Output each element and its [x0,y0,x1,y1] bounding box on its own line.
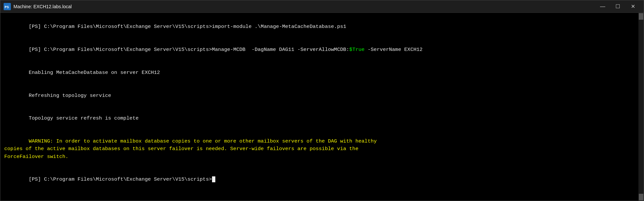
cursor [212,176,215,182]
output-text: Refreshing topology service [29,93,111,99]
powershell-window: PS Machine: EXCH12.labs.local — ☐ ✕ [PS]… [0,0,644,201]
warning-text: WARNING: In order to activate mailbox da… [4,138,377,160]
prompt: [PS] C:\Program Files\Microsoft\Exchange… [29,47,212,53]
scrollbar[interactable] [638,13,644,201]
terminal-line: Enabling MetaCacheDatabase on server EXC… [4,61,638,84]
output-text: Enabling MetaCacheDatabase on server EXC… [29,70,160,76]
terminal-main[interactable]: [PS] C:\Program Files\Microsoft\Exchange… [0,13,638,201]
svg-text:PS: PS [5,5,9,9]
cmd-text: import-module .\Manage-MetaCacheDatabase… [212,24,346,30]
highlight-true: $True [349,47,365,53]
cmd-text: Manage-MCDB -DagName DAG11 -ServerAllowM… [212,47,350,53]
terminal-line-prompt: [PS] C:\Program Files\Microsoft\Exchange… [4,168,638,191]
titlebar: PS Machine: EXCH12.labs.local — ☐ ✕ [0,0,644,13]
ps-icon: PS [4,3,11,10]
output-text: Topology service refresh is complete [29,115,139,121]
prompt: [PS] C:\Program Files\Microsoft\Exchange… [29,24,212,30]
terminal-line: Topology service refresh is complete [4,107,638,130]
cmd-text-suffix: -ServerName EXCH12 [365,47,423,53]
scrollbar-thumb-bottom[interactable] [639,194,643,200]
terminal-line: [PS] C:\Program Files\Microsoft\Exchange… [4,38,638,61]
scrollbar-thumb-top[interactable] [639,13,643,20]
terminal-warning-line: WARNING: In order to activate mailbox da… [4,130,638,168]
close-button[interactable]: ✕ [625,0,640,13]
terminal-line: [PS] C:\Program Files\Microsoft\Exchange… [4,15,638,38]
terminal-line: Refreshing topology service [4,84,638,107]
terminal-content-wrapper: [PS] C:\Program Files\Microsoft\Exchange… [0,13,644,201]
window-title: Machine: EXCH12.labs.local [13,4,595,9]
maximize-button[interactable]: ☐ [610,0,625,13]
final-prompt: [PS] C:\Program Files\Microsoft\Exchange… [29,176,212,182]
window-controls: — ☐ ✕ [595,0,640,13]
minimize-button[interactable]: — [595,0,610,13]
